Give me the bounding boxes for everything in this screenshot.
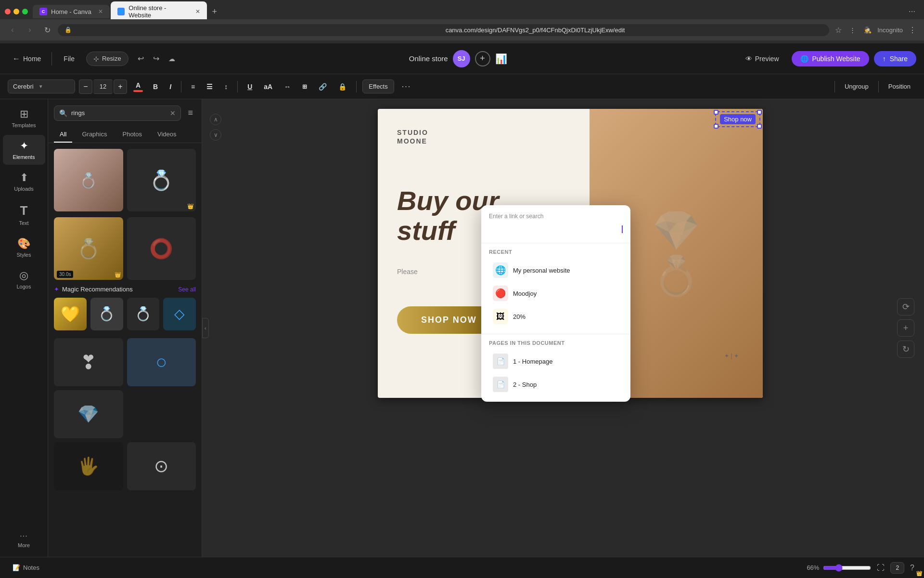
link-item-moodjoy[interactable]: 🔴 Moodjoy — [489, 282, 623, 305]
photo-4[interactable]: ⭕ — [127, 217, 196, 280]
ring-graphic-1[interactable]: ❣ — [54, 338, 123, 386]
nav-back[interactable]: ‹ — [6, 23, 19, 37]
selection-handle-br — [757, 124, 762, 129]
tab-videos[interactable]: Videos — [152, 127, 182, 143]
bold-button[interactable]: B — [149, 80, 162, 93]
browser-tab-1[interactable]: C Home - Canva ✕ — [33, 5, 110, 18]
traffic-lights[interactable] — [5, 9, 28, 14]
grid-button[interactable]: ⊞ — [298, 81, 311, 92]
tab-graphics[interactable]: Graphics — [76, 127, 113, 143]
help-icon[interactable]: ? — [908, 562, 916, 574]
sidebar-item-more[interactable]: ··· More — [3, 527, 45, 553]
search-clear-icon[interactable]: ✕ — [170, 109, 176, 117]
browser-more-icon[interactable]: ⋮ — [847, 25, 858, 36]
window-more-btn[interactable]: ⋯ — [905, 6, 919, 17]
align-list-button[interactable]: ☰ — [203, 80, 217, 93]
sidebar-item-elements[interactable]: ✦ Elements — [3, 135, 45, 165]
redo-button[interactable]: ↪ — [150, 52, 163, 66]
notes-button[interactable]: 📝 Notes — [8, 561, 44, 574]
page-nav-up[interactable]: ∧ — [210, 114, 221, 125]
align-height-button[interactable]: ↕ — [220, 80, 231, 93]
sidebar-item-templates[interactable]: ⊞ Templates — [3, 103, 45, 133]
link-search-input[interactable] — [489, 223, 620, 235]
lock-icon: 🔒 — [64, 26, 442, 33]
see-all-button[interactable]: See all — [178, 286, 196, 293]
link-item-20percent[interactable]: 🖼 20% — [489, 305, 623, 328]
tab-photos[interactable]: Photos — [116, 127, 147, 143]
more-options-button[interactable]: ··· — [398, 80, 415, 93]
please-text[interactable]: Please — [397, 268, 418, 276]
resize-button[interactable]: ⊹ Resize — [86, 52, 128, 66]
recent-label: Recent — [489, 249, 623, 255]
panel-collapse-button[interactable]: ‹ — [202, 318, 209, 338]
font-size-decrease[interactable]: − — [79, 79, 92, 94]
sidebar-item-text[interactable]: T Text — [3, 198, 45, 231]
tab-2-close[interactable]: ✕ — [195, 8, 200, 15]
lock-button[interactable]: 🔒 — [334, 80, 350, 93]
link-item-page2[interactable]: 📄 2 - Shop — [489, 373, 623, 396]
photo-3[interactable]: 💍 30.0s 👑 — [54, 217, 123, 280]
cloud-save-button[interactable]: ☁ — [165, 52, 179, 66]
link-button[interactable]: 🔗 — [315, 80, 331, 93]
link-item-website[interactable]: 🌐 My personal website — [489, 259, 623, 282]
sidebar-item-styles[interactable]: 🎨 Styles — [3, 233, 45, 263]
tab-1-close[interactable]: ✕ — [98, 8, 103, 15]
underline-button[interactable]: U — [244, 80, 256, 93]
font-size-input[interactable] — [93, 79, 113, 94]
home-button[interactable]: ← Home — [8, 52, 46, 66]
magic-item-4[interactable]: ◇ 👑 — [163, 298, 196, 330]
photo-2[interactable]: 💍 👑 — [127, 149, 196, 211]
magic-item-1[interactable]: 💛 — [54, 298, 87, 330]
profile-label[interactable]: Incognito — [877, 26, 903, 34]
nav-refresh[interactable]: ↻ — [40, 23, 54, 37]
add-collaborator-button[interactable]: + — [475, 51, 490, 66]
address-bar[interactable]: 🔒 canva.com/design/DAFNVgs2_p0/f4CFnbQjx… — [58, 24, 829, 36]
canvas-tool-refresh[interactable]: ↻ — [897, 341, 914, 358]
undo-button[interactable]: ↩ — [134, 52, 148, 66]
tab-all[interactable]: All — [54, 127, 72, 143]
spacing-button[interactable]: ↔ — [280, 80, 295, 93]
toolbar-sep-4 — [834, 81, 835, 92]
stats-icon[interactable]: 📊 — [495, 53, 507, 65]
sidebar-item-uploads[interactable]: ⬆ Uploads — [3, 167, 45, 197]
ring-graphic-2[interactable]: ○ — [127, 338, 196, 386]
fullscreen-icon[interactable]: ⛶ — [875, 562, 886, 574]
link-item-page1[interactable]: 📄 1 - Homepage — [489, 350, 623, 373]
canvas-tool-add[interactable]: ⟳ — [897, 298, 914, 315]
magic-item-3[interactable]: 💍 👑 — [127, 298, 160, 330]
browser-settings-icon[interactable]: ⋮ — [907, 24, 918, 37]
browser-star-icon[interactable]: ☆ — [833, 24, 844, 37]
italic-button[interactable]: I — [166, 80, 175, 93]
magic-item-2[interactable]: 💍 — [90, 298, 123, 330]
ungroup-button[interactable]: Ungroup — [839, 80, 874, 93]
publish-button[interactable]: 🌐 Publish Website — [792, 51, 869, 66]
search-input[interactable] — [71, 109, 166, 117]
align-left-button[interactable]: ≡ — [187, 80, 199, 93]
filter-icon[interactable]: ≡ — [185, 105, 196, 121]
share-button[interactable]: ↑ Share — [874, 51, 916, 66]
position-button[interactable]: Position — [883, 80, 916, 93]
page-nav-down[interactable]: ∨ — [210, 129, 221, 141]
user-avatar[interactable]: SJ — [453, 50, 470, 67]
ring-graphic-3[interactable]: 💎 👑 — [54, 390, 123, 438]
font-selector[interactable]: Cerebri ▼ — [8, 79, 75, 93]
search-input-wrap: 🔍 ✕ — [54, 105, 181, 121]
canvas-tool-plus[interactable]: + — [897, 319, 914, 337]
preview-button[interactable]: 👁 Preview — [738, 51, 787, 66]
photo-1[interactable]: 💍 — [54, 149, 123, 211]
ring-graphic-5[interactable]: ⊙ — [127, 442, 196, 490]
font-size-increase[interactable]: + — [114, 79, 127, 94]
zoom-slider[interactable] — [823, 564, 871, 572]
shop-now-selected-text[interactable]: Shop now — [720, 114, 756, 124]
moodjoy-favicon: 🔴 — [493, 286, 508, 301]
effects-button[interactable]: Effects — [362, 79, 394, 93]
file-button[interactable]: File — [58, 52, 80, 66]
new-tab-button[interactable]: + — [208, 5, 221, 18]
ring-graphic-4[interactable]: 🖐 — [54, 442, 123, 490]
nav-forward[interactable]: › — [23, 23, 37, 37]
text-case-button[interactable]: aA — [260, 80, 276, 93]
text-color-button[interactable]: A — [131, 79, 145, 94]
studio-name-1: STUDIO — [397, 128, 428, 137]
browser-tab-2[interactable]: 🌐 Online store - Website ✕ — [111, 1, 207, 22]
sidebar-item-logos[interactable]: ◎ Logos — [3, 264, 45, 294]
